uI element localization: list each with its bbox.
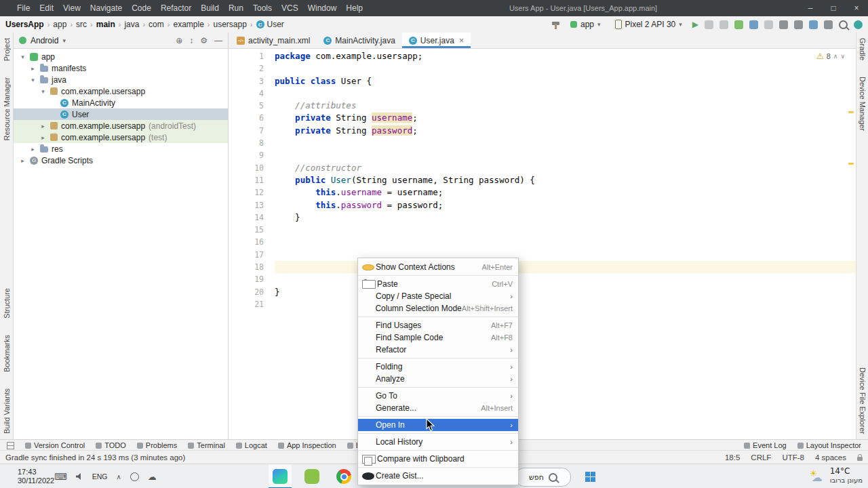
chevron-down-icon[interactable]: ▾ — [29, 77, 37, 83]
menu-item-create-gist[interactable]: Create Gist... — [358, 470, 518, 482]
menu-help[interactable]: Help — [341, 0, 368, 16]
breadcrumb-item-app[interactable]: app — [53, 20, 66, 29]
menu-code[interactable]: Code — [127, 0, 156, 16]
tool-strip-button-build-variants[interactable]: Build Variants — [3, 388, 11, 434]
tool-strip-button-resource-manager[interactable]: Resource Manager — [3, 77, 11, 141]
start-button[interactable] — [578, 464, 602, 488]
attach-debugger-icon[interactable] — [779, 20, 788, 29]
menu-item-column-selection-mode[interactable]: Column Selection ModeAlt+Shift+Insert — [358, 302, 518, 314]
tree-item-com-example-usersapp[interactable]: ▾com.example.usersapp — [14, 85, 228, 97]
breadcrumb-item-example[interactable]: example — [173, 20, 203, 29]
warning-stripe-mark[interactable] — [848, 111, 854, 113]
tool-strip-button-structure[interactable]: Structure — [3, 288, 11, 319]
menu-run[interactable]: Run — [224, 0, 248, 16]
tree-item-mainactivity[interactable]: MainActivity — [14, 97, 228, 108]
toolwindow-button-event-log[interactable]: Event Log — [744, 441, 787, 449]
chevron-right-icon[interactable]: ▸ — [29, 65, 37, 72]
toolwindow-button-version-control[interactable]: Version Control — [25, 441, 85, 449]
toolwindow-button-layout-inspector[interactable]: Layout Inspector — [797, 441, 861, 449]
code-with-me-icon[interactable] — [854, 20, 863, 29]
tool-strip-button-project[interactable]: Project — [3, 38, 11, 61]
readonly-lock-icon[interactable] — [857, 457, 863, 461]
file-encoding[interactable]: UTF-8 — [782, 453, 804, 462]
chevron-right-icon[interactable]: ▸ — [29, 146, 37, 152]
hidden-icons-chevron[interactable]: ∧ — [117, 473, 121, 481]
menu-item-find-usages[interactable]: Find UsagesAlt+F7 — [358, 319, 518, 331]
build-hammer-icon[interactable] — [551, 20, 560, 29]
toolwindow-button-problems[interactable]: Problems — [137, 441, 177, 449]
tab-mainactivity-java[interactable]: MainActivity.java — [317, 33, 401, 48]
sdk-manager-icon[interactable] — [824, 20, 833, 29]
menu-item-compare-with-clipboard[interactable]: Compare with Clipboard — [358, 453, 518, 465]
menu-build[interactable]: Build — [196, 0, 224, 16]
maximize-button[interactable]: □ — [822, 0, 845, 16]
language-indicator[interactable]: ENG — [92, 472, 108, 481]
next-problem-icon[interactable]: ∨ — [840, 53, 845, 60]
taskbar-android-studio[interactable] — [269, 464, 292, 488]
tool-strip-button-device-file-explorer[interactable]: Device File Explorer — [859, 367, 867, 434]
prev-problem-icon[interactable]: ∧ — [833, 53, 838, 60]
breadcrumb-item-src[interactable]: src — [76, 20, 87, 29]
tree-item-app[interactable]: ▾app — [14, 51, 228, 62]
toolwindow-button-app-inspection[interactable]: App Inspection — [278, 441, 336, 449]
menu-item-analyze[interactable]: Analyze› — [358, 373, 518, 385]
run-icon[interactable]: ▶ — [692, 20, 698, 29]
device-manager-icon[interactable] — [809, 20, 818, 29]
menu-item-generate[interactable]: Generate...Alt+Insert — [358, 402, 518, 414]
inspections-widget[interactable]: ⚠ 8 ∧ ∨ — [816, 52, 845, 61]
tree-item-gradle-scripts[interactable]: ▸Gradle Scripts — [14, 155, 228, 166]
menu-item-find-sample-code[interactable]: Find Sample CodeAlt+F8 — [358, 331, 518, 344]
menu-item-refactor[interactable]: Refactor› — [358, 344, 518, 356]
tab-user-java[interactable]: User.java× — [402, 33, 471, 48]
menu-refactor[interactable]: Refactor — [156, 0, 196, 16]
tree-item-com-example-usersapp-androidtest[interactable]: ▸com.example.usersapp(androidTest) — [14, 120, 228, 131]
warning-stripe-mark[interactable] — [848, 163, 854, 165]
apply-changes-icon[interactable] — [705, 20, 713, 29]
menu-view[interactable]: View — [58, 0, 85, 16]
chevron-right-icon[interactable]: ▸ — [19, 157, 26, 164]
toolwindow-switcher-icon[interactable] — [7, 442, 14, 449]
chevron-down-icon[interactable]: ▾ — [39, 88, 47, 95]
menu-tools[interactable]: Tools — [248, 0, 277, 16]
taskbar-chrome[interactable] — [332, 464, 355, 488]
tool-strip-button-gradle[interactable]: Gradle — [859, 38, 867, 60]
caret-position[interactable]: 18:5 — [725, 453, 740, 462]
close-button[interactable]: × — [845, 0, 868, 16]
tree-item-manifests[interactable]: ▸manifests — [14, 62, 228, 74]
toolwindow-button-todo[interactable]: TODO — [96, 441, 126, 449]
debug-icon[interactable] — [734, 20, 743, 29]
cloud-icon[interactable]: ☁ — [148, 472, 157, 482]
network-icon[interactable] — [130, 472, 139, 481]
profiler-icon[interactable] — [749, 20, 758, 29]
tab-activity-main-xml[interactable]: activity_main.xml — [230, 33, 317, 48]
gear-icon[interactable]: ⚙ — [200, 36, 208, 45]
code-editor[interactable]: 1package com.example.usersapp;23public c… — [229, 49, 856, 439]
menu-edit[interactable]: Edit — [35, 0, 58, 16]
breadcrumb-item-usersapp[interactable]: usersapp — [213, 20, 246, 29]
menu-navigate[interactable]: Navigate — [85, 0, 127, 16]
menu-file[interactable]: File — [12, 0, 35, 16]
search-everywhere-icon[interactable] — [839, 20, 848, 29]
breadcrumb-item-user[interactable]: User — [256, 20, 284, 29]
run-config-selector[interactable]: app ▾ — [566, 18, 605, 30]
breadcrumb-item-java[interactable]: java — [124, 20, 139, 29]
hide-panel-icon[interactable]: — — [214, 36, 222, 45]
tool-strip-button-bookmarks[interactable]: Bookmarks — [3, 335, 11, 372]
toolwindow-button-terminal[interactable]: Terminal — [188, 441, 225, 449]
menu-vcs[interactable]: VCS — [277, 0, 303, 16]
touch-keyboard-icon[interactable]: ⌨ — [54, 472, 67, 482]
sync-gradle-icon[interactable] — [794, 20, 803, 29]
tree-item-com-example-usersapp-test[interactable]: ▸com.example.usersapp(test) — [14, 131, 228, 143]
device-selector[interactable]: Pixel 2 API 30 ▾ — [611, 18, 686, 30]
apply-code-changes-icon[interactable] — [719, 20, 728, 29]
tool-strip-button-device-manager[interactable]: Device Manager — [859, 77, 867, 131]
menu-item-local-history[interactable]: Local History› — [358, 436, 518, 448]
weather-widget[interactable]: ☀☁ 14°C מעונן ברובו — [809, 466, 863, 485]
chevron-down-icon[interactable]: ▾ — [62, 37, 66, 44]
stop-icon[interactable] — [764, 20, 773, 29]
chevron-right-icon[interactable]: ▸ — [39, 134, 47, 141]
locate-file-icon[interactable]: ⊕ — [176, 36, 182, 45]
taskbar-clock[interactable]: 17:43 30/11/2022 — [18, 468, 54, 485]
volume-icon[interactable] — [76, 473, 83, 480]
menu-item-go-to[interactable]: Go To› — [358, 390, 518, 402]
